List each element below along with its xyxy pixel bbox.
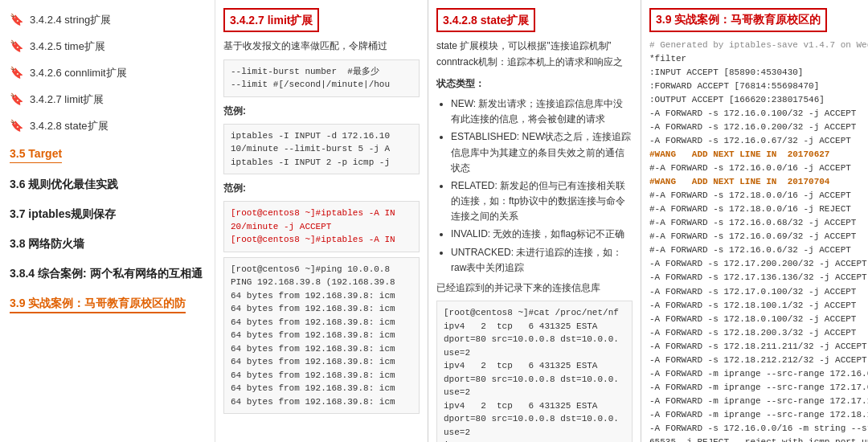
code-line: #-A FORWARD -s 172.16.0.0/16 -j ACCEPT: [649, 162, 860, 175]
code-line: -A FORWARD -s 172.18.212.212/32 -j ACCEP…: [649, 354, 860, 367]
nav-item-item-3424[interactable]: 🔖3.4.2.4 string扩展: [0, 6, 215, 33]
panel3-code-block: # Generated by iptables-save v1.4.7 on W…: [649, 39, 860, 442]
code-line: *filter: [649, 52, 860, 66]
panel2-title: 3.4.2.8 state扩展: [436, 8, 535, 32]
nav-item-item-37[interactable]: 3.7 iptables规则保存: [0, 199, 215, 229]
panel-realworld: 3.9 实战案例：马哥教育原校区的 # Generated by iptable…: [641, 0, 868, 442]
code-line: -A FORWARD -s 172.17.136.136/32 -j ACCEP…: [649, 271, 860, 284]
code-line: :FORWARD ACCEPT [76814:55698470]: [649, 80, 860, 93]
code-line: #-A FORWARD -s 172.16.0.6/32 -j ACCEPT: [649, 244, 860, 257]
panel-limit: 3.4.2.7 limit扩展 基于收发报文的速率做匹配，令牌桶过 --limi…: [215, 0, 428, 442]
code-line: -A FORWARD -s 172.17.0.100/32 -j ACCEPT: [649, 285, 860, 299]
code-line: -A FORWARD -m iprange --src-range 172.17…: [649, 381, 860, 395]
code-line: :OUTPUT ACCEPT [166620:238017546]: [649, 93, 860, 107]
code-line: -A FORWARD -s 172.16.0.200/32 -j ACCEPT: [649, 121, 860, 134]
bookmark-icon: 🔖: [10, 91, 23, 108]
nav-label: 3.6 规则优化最佳实践: [10, 176, 118, 193]
nav-item-item-3427[interactable]: 🔖3.4.2.7 limit扩展: [0, 86, 215, 113]
panel1-intro: 基于收发报文的速率做匹配，令牌桶过: [223, 39, 420, 54]
panel-state: 3.4.2.8 state扩展 state 扩展模块，可以根据"连接追踪机制” …: [428, 0, 641, 442]
nav-item-item-3426[interactable]: 🔖3.4.2.6 connlimit扩展: [0, 59, 215, 86]
nav-label: 3.9 实战案例：马哥教育原校区的防: [10, 295, 186, 313]
nav-label: 3.4.2.8 state扩展: [30, 118, 108, 134]
bookmark-icon: 🔖: [10, 38, 23, 55]
state-item: NEW: 新发出请求；连接追踪信息库中没有此连接的信息，将会被创建的请求: [451, 96, 633, 127]
nav-label: 3.4.2.6 connlimit扩展: [30, 65, 127, 81]
nav-label: 3.5 Target: [10, 145, 62, 163]
content-area: 3.4.2.7 limit扩展 基于收发报文的速率做匹配，令牌桶过 --limi…: [215, 0, 868, 442]
nav-label: 3.4.2.7 limit扩展: [30, 92, 104, 108]
panel3-title: 3.9 实战案例：马哥教育原校区的: [649, 8, 827, 32]
code-line: -A FORWARD -s 172.18.100.1/32 -j ACCEPT: [649, 299, 860, 313]
nav-item-item-36[interactable]: 3.6 规则优化最佳实践: [0, 170, 215, 199]
code-line: -A FORWARD -s 172.18.211.211/32 -j ACCEP…: [649, 340, 860, 354]
panel1-example2-label: 范例:: [223, 181, 420, 196]
code-line: #-A FORWARD -s 172.16.0.69/32 -j ACCEPT: [649, 230, 860, 244]
state-item: INVALID: 无效的连接，如flag标记不正确: [451, 227, 633, 242]
bookmark-icon: 🔖: [10, 64, 23, 81]
code-line: -A FORWARD -s 172.16.0.0/16 -m string --…: [649, 422, 860, 436]
code-line: -A FORWARD -m iprange --src-range 172.16…: [649, 367, 860, 381]
code-line: #-A FORWARD -s 172.18.0.0/16 -j REJECT: [649, 203, 860, 216]
code-line: #-A FORWARD -s 172.18.0.0/16 -j ACCEPT: [649, 189, 860, 203]
panel2-tracked-label: 已经追踪到的并记录下来的连接信息库: [436, 280, 633, 296]
code-line: #-A FORWARD -s 172.16.0.68/32 -j ACCEPT: [649, 216, 860, 230]
nav-label: 3.8 网络防火墙: [10, 235, 84, 252]
panel1-code4: [root@centos6 ~]#ping 10.0.0.8 PING 192.…: [223, 257, 420, 415]
code-line: #WANG ADD NEXT LINE IN 20170704: [649, 175, 860, 189]
panel1-example1-label: 范例:: [223, 104, 420, 119]
code-line: -A FORWARD -s 172.16.0.100/32 -j ACCEPT: [649, 107, 860, 121]
code-line: -A FORWARD -m iprange --src-range 172.18…: [649, 408, 860, 422]
code-line: -A FORWARD -m iprange --src-range 172.17…: [649, 395, 860, 408]
nav-item-item-384[interactable]: 3.8.4 综合案例: 两个私有网络的互相通: [0, 259, 215, 289]
nav-item-item-35[interactable]: 3.5 Target: [0, 139, 215, 170]
panel2-code1: [root@centos8 ~]#cat /proc/net/nf ipv4 2…: [436, 301, 633, 442]
nav-label: 3.4.2.4 string扩展: [30, 12, 111, 28]
code-line: -A FORWARD -s 172.18.0.100/32 -j ACCEPT: [649, 313, 860, 326]
nav-label: 3.4.2.5 time扩展: [30, 39, 105, 55]
panel2-state-label: 状态类型：: [436, 76, 633, 92]
nav-item-item-39[interactable]: 3.9 实战案例：马哥教育原校区的防: [0, 289, 215, 320]
panel1-code3: [root@centos8 ~]#iptables -A IN 20/minut…: [223, 201, 420, 252]
panel1-title: 3.4.2.7 limit扩展: [223, 8, 319, 32]
code-line: -A FORWARD -s 172.18.200.3/32 -j ACCEPT: [649, 326, 860, 340]
nav-item-item-3428[interactable]: 🔖3.4.2.8 state扩展: [0, 113, 215, 139]
state-item: ESTABLISHED: NEW状态之后，连接追踪信息库中为其建立的条目失效之前…: [451, 129, 633, 176]
nav-label: 3.8.4 综合案例: 两个私有网络的互相通: [10, 265, 203, 282]
panel2-intro: state 扩展模块，可以根据"连接追踪机制” conntrack机制：追踪本机…: [436, 39, 633, 69]
nav-label: 3.7 iptables规则保存: [10, 206, 116, 223]
code-line: #WANG ADD NEXT LINE IN 20170627: [649, 148, 860, 162]
panel1-code2: iptables -I INPUT -d 172.16.10 10/minute…: [223, 124, 420, 175]
bookmark-icon: 🔖: [10, 117, 23, 134]
state-item: UNTRACKED: 未进行追踪的连接，如：raw表中关闭追踪: [451, 245, 633, 276]
code-line: :INPUT ACCEPT [85890:4530430]: [649, 66, 860, 80]
code-line: # Generated by iptables-save v1.4.7 on W…: [649, 39, 860, 52]
bookmark-icon: 🔖: [10, 11, 23, 28]
state-list: NEW: 新发出请求；连接追踪信息库中没有此连接的信息，将会被创建的请求ESTA…: [436, 96, 633, 276]
code-line: -A FORWARD -s 172.16.0.67/32 -j ACCEPT: [649, 134, 860, 148]
left-nav-panel: 🔖3.4.2.4 string扩展🔖3.4.2.5 time扩展🔖3.4.2.6…: [0, 0, 215, 442]
panel1-code1: --limit-burst number #最多少 --limit #[/sec…: [223, 59, 420, 97]
code-line: -A FORWARD -s 172.17.200.200/32 -j ACCEP…: [649, 257, 860, 271]
code-line: 65535 -j REJECT --reject-with icmp-port-…: [649, 436, 860, 442]
nav-item-item-38[interactable]: 3.8 网络防火墙: [0, 229, 215, 259]
nav-item-item-3425[interactable]: 🔖3.4.2.5 time扩展: [0, 33, 215, 59]
state-item: RELATED: 新发起的但与已有连接相关联的连接，如：ftp协议中的数据连接与…: [451, 178, 633, 225]
